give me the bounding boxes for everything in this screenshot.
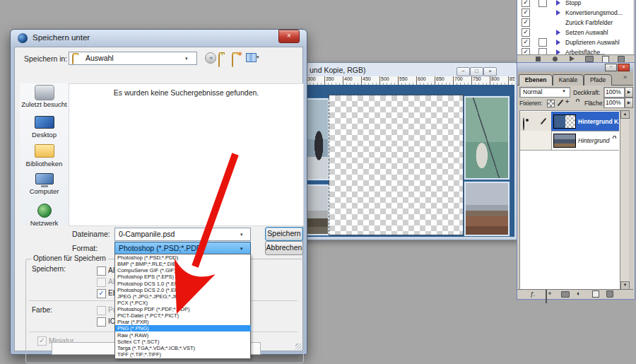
action-row[interactable]: ✓ Setzen Auswahl: [517, 28, 633, 38]
sidebar-item-recent[interactable]: Zuletzt besucht: [20, 85, 69, 108]
checkbox-proof[interactable]: [97, 306, 106, 315]
sidebar-item-libraries[interactable]: Bibliotheken: [20, 144, 69, 168]
tab-kanaele[interactable]: Kanäle: [553, 74, 584, 86]
sidebar-item-network[interactable]: Netzwerk: [20, 204, 69, 227]
sidebar-item-desktop[interactable]: Desktop: [20, 116, 69, 139]
save-in-select[interactable]: Auswahl ▾: [69, 52, 197, 65]
format-option[interactable]: Photoshop EPS (*.EPS): [115, 274, 251, 280]
layer-thumbnail[interactable]: [553, 134, 576, 148]
layer-style-icon[interactable]: ƒ.: [530, 290, 536, 298]
format-option[interactable]: TIFF (*.TIF;*.TIFF): [115, 351, 251, 358]
action-row[interactable]: ✓ Duplizieren Auswahl: [517, 37, 633, 48]
format-option[interactable]: Photoshop DCS 1.0 (*.EPS): [115, 281, 251, 287]
checkbox-ebenen[interactable]: ✓: [97, 289, 106, 298]
dropdown-arrow-icon[interactable]: ▾: [185, 56, 188, 61]
format-option[interactable]: Photoshop DCS 2.0 (*.EPS): [115, 287, 251, 293]
lock-position-icon[interactable]: +: [565, 98, 569, 105]
format-option[interactable]: Pixar (*.PXR): [115, 319, 251, 325]
action-checkbox[interactable]: ✓: [522, 28, 530, 37]
scroll-up-icon[interactable]: ▲: [620, 110, 630, 119]
dropdown-arrow-icon[interactable]: ▾: [240, 246, 243, 252]
action-dialog-checkbox[interactable]: [538, 38, 547, 47]
fill-field[interactable]: 100%: [603, 98, 625, 108]
action-checkbox[interactable]: ✓: [522, 18, 530, 27]
maximize-icon[interactable]: □: [470, 67, 483, 76]
opacity-slider-icon[interactable]: ▶: [625, 87, 633, 98]
close-icon[interactable]: ×: [483, 67, 497, 76]
action-row[interactable]: ✓ Zurück Farbfelder: [517, 18, 633, 28]
dropdown-arrow-icon[interactable]: ▾: [240, 232, 243, 237]
action-label[interactable]: Zurück Farbfelder: [565, 18, 613, 28]
action-checkbox[interactable]: ✓: [522, 0, 530, 7]
action-checkbox[interactable]: ✓: [522, 38, 530, 47]
format-option[interactable]: CompuServe GIF (*.GIF): [115, 267, 251, 274]
expand-triangle-icon[interactable]: [556, 40, 560, 45]
layer-thumbnail[interactable]: [553, 115, 576, 129]
action-dialog-checkbox[interactable]: [538, 0, 547, 7]
format-option[interactable]: Targa (*.TGA;*.VDA;*.ICB;*.VST): [115, 345, 251, 351]
lock-pixels-icon[interactable]: [558, 100, 564, 107]
new-folder-icon[interactable]: ∗: [232, 53, 233, 66]
sidebar-item-computer[interactable]: Computer: [20, 173, 69, 195]
fill-slider-icon[interactable]: ▶: [625, 98, 633, 108]
resize-grip[interactable]: [295, 344, 302, 350]
play-icon[interactable]: [570, 56, 575, 61]
layer-name[interactable]: Hintergrund K...: [578, 118, 623, 125]
edit-state-box[interactable]: [536, 131, 552, 150]
action-label[interactable]: Duplizieren Auswahl: [565, 37, 620, 47]
checkbox-als-kopie[interactable]: [97, 266, 106, 276]
close-icon[interactable]: ×: [278, 30, 300, 43]
cancel-button[interactable]: Abbrechen: [265, 241, 303, 255]
lock-transparency-icon[interactable]: [547, 100, 555, 107]
file-list-area[interactable]: Es wurden keine Suchergebnisse gefunden.: [69, 83, 304, 226]
checkbox-alpha[interactable]: [97, 278, 106, 287]
checkbox-thumbnail[interactable]: ✓: [37, 336, 47, 346]
record-icon[interactable]: [553, 57, 558, 61]
format-option[interactable]: Scitex CT (*.SCT): [115, 339, 251, 345]
action-label[interactable]: Konvertierungsmod...: [565, 8, 623, 18]
layer-row[interactable]: Hintergrund: [520, 131, 619, 151]
panel-minimize-icon[interactable]: −: [605, 64, 617, 71]
visibility-toggle[interactable]: [520, 112, 536, 131]
tab-ebenen[interactable]: Ebenen: [519, 74, 553, 86]
layer-group-icon[interactable]: [561, 291, 570, 298]
up-folder-icon[interactable]: ↑: [218, 53, 220, 66]
back-icon[interactable]: ◄: [205, 52, 216, 64]
adjustment-layer-icon[interactable]: ◐: [577, 290, 580, 297]
format-option[interactable]: Raw (*.RAW): [115, 332, 251, 339]
visibility-toggle[interactable]: [520, 131, 536, 150]
save-button[interactable]: Speichern: [265, 227, 303, 241]
stop-icon[interactable]: [536, 57, 541, 61]
minimize-icon[interactable]: −: [457, 67, 470, 76]
layer-name[interactable]: Hintergrund: [578, 137, 609, 144]
format-option[interactable]: Photoshop PDF (*.PDF;*.PDP): [115, 306, 251, 312]
layer-mask-icon[interactable]: [546, 290, 547, 303]
new-layer-icon[interactable]: [592, 290, 599, 298]
opacity-field[interactable]: 100%: [603, 87, 625, 98]
checkbox-icc[interactable]: [97, 317, 106, 327]
dropdown-arrow-icon[interactable]: ▼: [562, 89, 566, 93]
expand-triangle-icon[interactable]: [556, 10, 560, 16]
format-option[interactable]: Photoshop (*.PSD;*.PDD): [115, 254, 251, 261]
format-option[interactable]: PICT-Datei (*.PCT;*.PICT): [115, 312, 251, 319]
action-row[interactable]: ✓ Konvertierungsmod...: [517, 8, 633, 18]
panel-menu-icon[interactable]: »: [623, 74, 627, 81]
filename-input[interactable]: 0-Campanile.psd ▾: [114, 228, 251, 241]
action-label[interactable]: Setzen Auswahl: [565, 28, 608, 37]
layers-scrollbar[interactable]: ▲ ▼: [620, 110, 629, 289]
format-option[interactable]: BMP (*.BMP;*.RLE;*.DIB): [115, 261, 251, 267]
expand-triangle-icon[interactable]: [556, 0, 560, 6]
format-option[interactable]: PCX (*.PCX): [115, 300, 251, 306]
new-set-folder-icon[interactable]: [585, 56, 594, 62]
edit-state-box[interactable]: [536, 112, 552, 131]
tab-pfade[interactable]: Pfade: [584, 74, 612, 86]
format-option-selected-png[interactable]: PNG (*.PNG): [115, 325, 251, 331]
expand-triangle-icon[interactable]: [556, 30, 560, 35]
layer-row-selected[interactable]: Hintergrund K...: [520, 112, 619, 131]
action-label[interactable]: Stopp: [565, 0, 581, 8]
format-option[interactable]: JPEG (*.JPG;*.JPEG;*.JPE): [115, 293, 251, 300]
action-checkbox[interactable]: ✓: [522, 8, 530, 17]
panel-close-icon[interactable]: ×: [618, 64, 630, 71]
layer-row-highlight[interactable]: Hintergrund K...: [551, 112, 619, 131]
delete-layer-icon[interactable]: [606, 290, 613, 298]
